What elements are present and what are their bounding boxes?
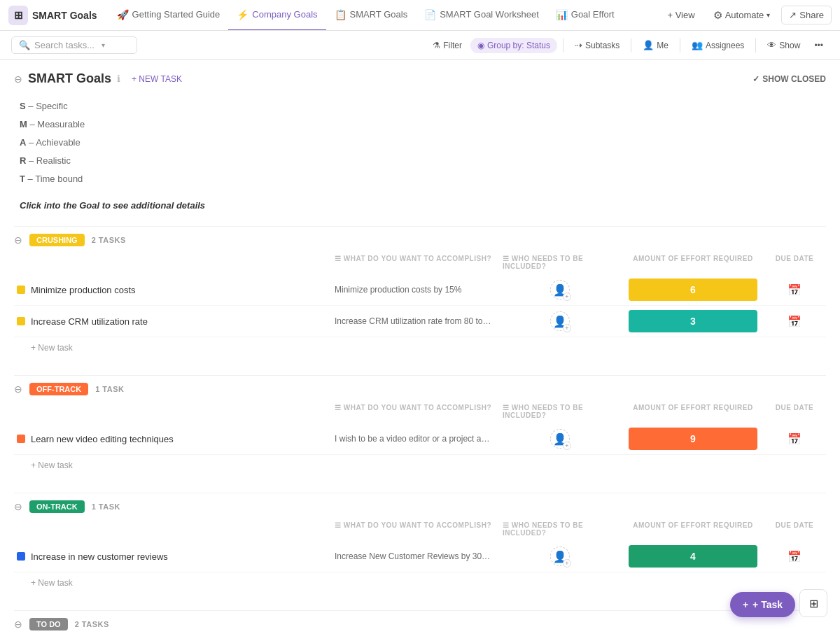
calendar-icon: 📅: [788, 550, 802, 563]
th-col1: [14, 521, 329, 537]
calendar-icon: 📅: [788, 283, 802, 297]
th-col4: AMOUNT OF EFFORT REQUIRED: [623, 404, 763, 419]
new-task-row-on-track[interactable]: + New task: [14, 572, 826, 591]
new-task-row-off-track[interactable]: + New task: [14, 455, 826, 473]
nav-tab-goal-effort[interactable]: 📊Goal Effort: [547, 0, 623, 31]
search-box[interactable]: 🔍 Search tasks... ▾: [11, 36, 137, 54]
section-off-track: ⊖OFF-TRACK1 TASK☰ WHAT DO YOU WANT TO AC…: [14, 375, 826, 473]
tab-label: Getting Started Guide: [132, 9, 220, 20]
nav-tab-company-goals[interactable]: ⚡Company Goals: [228, 0, 326, 31]
chevron-down-icon: ▾: [102, 41, 105, 49]
grid-view-button[interactable]: ⊞: [799, 589, 827, 617]
status-badge-to-do: TO DO: [29, 618, 68, 631]
click-hint: Click into the Goal to see additional de…: [20, 197, 823, 215]
list-title: SMART Goals: [28, 71, 111, 86]
assignees-icon: 👥: [692, 40, 703, 50]
effort-cell: 6: [623, 279, 763, 301]
add-view-button[interactable]: + View: [660, 6, 701, 24]
task-count-to-do: 2 TASKS: [75, 620, 109, 628]
add-task-fab[interactable]: + + Task: [730, 592, 795, 617]
show-closed-button[interactable]: ✓ SHOW CLOSED: [752, 74, 826, 84]
new-task-row-crushing[interactable]: + New task: [14, 337, 826, 355]
subtasks-icon: ⇢: [575, 40, 582, 50]
effort-badge: 4: [629, 545, 757, 568]
who-cell[interactable]: 👤+: [497, 311, 623, 331]
more-button[interactable]: •••: [808, 38, 829, 53]
task-status-dot: [17, 317, 25, 325]
due-date-cell[interactable]: 📅: [763, 432, 826, 446]
collapse-section-to-do[interactable]: ⊖: [14, 619, 22, 630]
due-date-cell[interactable]: 📅: [763, 283, 826, 297]
share-button[interactable]: ↗ Share: [781, 6, 832, 24]
task-name: Minimize production costs: [31, 285, 136, 295]
nav-tab-getting-started[interactable]: 🚀Getting Started Guide: [108, 0, 229, 31]
table-headers-off-track: ☰ WHAT DO YOU WANT TO ACCOMPLISH?☰ WHO N…: [14, 401, 826, 422]
list-header: ⊖ SMART Goals ℹ + NEW TASK ✓ SHOW CLOSED: [14, 71, 826, 86]
filter-button[interactable]: ⚗ Filter: [427, 38, 468, 53]
me-icon: 👤: [643, 40, 654, 50]
task-count-on-track: 1 TASK: [92, 502, 120, 511]
table-row[interactable]: Increase CRM utilization rateIncrease CR…: [14, 306, 826, 337]
show-button[interactable]: 👁 Show: [762, 37, 806, 53]
calendar-icon: 📅: [788, 315, 802, 328]
task-name: Increase CRM utilization rate: [31, 316, 148, 327]
table-row[interactable]: Learn new video editing techniquesI wish…: [14, 423, 826, 455]
section-header-on-track: ⊖ON-TRACK1 TASK: [14, 493, 826, 519]
add-assignee-button[interactable]: 👤+: [550, 311, 570, 331]
automate-button[interactable]: ⚙ Automate ▾: [706, 6, 778, 25]
who-cell[interactable]: 👤+: [497, 280, 623, 300]
toolbar-right: ⚗ Filter ◉ Group by: Status ⇢ Subtasks 👤…: [427, 37, 829, 53]
accomplish-cell: I wish to be a video editor or a project…: [329, 434, 497, 444]
add-assignee-button[interactable]: 👤+: [550, 280, 570, 300]
who-cell[interactable]: 👤+: [497, 547, 623, 566]
who-cell[interactable]: 👤+: [497, 429, 623, 449]
tab-icon: 🚀: [117, 9, 129, 20]
th-col4: AMOUNT OF EFFORT REQUIRED: [623, 255, 763, 270]
due-date-cell[interactable]: 📅: [763, 315, 826, 328]
tab-label: Company Goals: [252, 9, 317, 20]
group-by-button[interactable]: ◉ Group by: Status: [470, 38, 557, 53]
section-crushing: ⊖CRUSHING2 TASKS☰ WHAT DO YOU WANT TO AC…: [14, 226, 826, 355]
eye-icon: 👁: [767, 40, 776, 50]
section-header-off-track: ⊖OFF-TRACK1 TASK: [14, 375, 826, 401]
divider-2: [631, 38, 631, 52]
collapse-section-on-track[interactable]: ⊖: [14, 501, 22, 512]
toolbar: 🔍 Search tasks... ▾ ⚗ Filter ◉ Group by:…: [0, 31, 840, 60]
tab-label: SMART Goals: [350, 9, 408, 20]
tab-label: Goal Effort: [571, 9, 615, 20]
table-row[interactable]: Increase in new customer reviewsIncrease…: [14, 541, 826, 572]
add-assignee-button[interactable]: 👤+: [550, 429, 570, 449]
search-icon: 🔍: [19, 40, 30, 50]
effort-badge: 3: [629, 310, 757, 332]
tab-icon: 📊: [556, 9, 568, 20]
th-col2: ☰ WHAT DO YOU WANT TO ACCOMPLISH?: [329, 521, 497, 537]
section-on-track: ⊖ON-TRACK1 TASK☰ WHAT DO YOU WANT TO ACC…: [14, 493, 826, 591]
subtasks-button[interactable]: ⇢ Subtasks: [569, 37, 625, 53]
me-button[interactable]: 👤 Me: [637, 37, 674, 53]
assignees-button[interactable]: 👥 Assignees: [686, 37, 750, 53]
plus-icon: +: [743, 599, 748, 610]
task-count-crushing: 2 TASKS: [92, 236, 126, 244]
th-col3: ☰ WHO NEEDS TO BE INCLUDED?: [497, 404, 623, 419]
th-col1: [14, 404, 329, 419]
th-col4: AMOUNT OF EFFORT REQUIRED: [623, 521, 763, 537]
list-info-icon[interactable]: ℹ: [117, 73, 120, 84]
nav-tab-smart-goals[interactable]: 📋SMART Goals: [326, 0, 416, 31]
add-assignee-button[interactable]: 👤+: [550, 547, 570, 566]
status-badge-crushing: CRUSHING: [29, 234, 85, 246]
effort-cell: 9: [623, 428, 763, 450]
new-task-button[interactable]: + NEW TASK: [126, 72, 188, 86]
th-col2: ☰ WHAT DO YOU WANT TO ACCOMPLISH?: [329, 404, 497, 419]
collapse-list-button[interactable]: ⊖: [14, 73, 22, 85]
app-logo-icon: ⊞: [8, 6, 28, 25]
table-row[interactable]: Minimize production costsMinimize produc…: [14, 274, 826, 306]
divider-3: [680, 38, 680, 52]
section-header-crushing: ⊖CRUSHING2 TASKS: [14, 226, 826, 252]
collapse-section-crushing[interactable]: ⊖: [14, 234, 22, 246]
smart-a: A – Achievable: [20, 134, 823, 152]
collapse-section-off-track[interactable]: ⊖: [14, 383, 22, 395]
nav-tab-smart-goal-worksheet[interactable]: 📄SMART Goal Worksheet: [416, 0, 547, 31]
tab-icon: 📄: [424, 9, 436, 20]
due-date-cell[interactable]: 📅: [763, 550, 826, 563]
calendar-icon: 📅: [788, 432, 802, 446]
